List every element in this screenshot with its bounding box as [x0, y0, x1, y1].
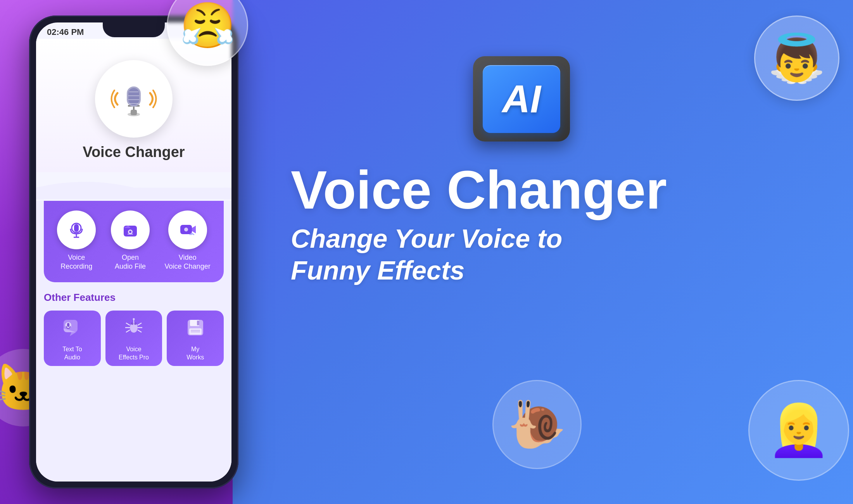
my-works-svg [185, 318, 205, 338]
svg-rect-36 [197, 321, 199, 325]
create-new-label: Create New [52, 201, 216, 203]
svg-rect-5 [128, 88, 139, 105]
ai-badge: AI [473, 56, 570, 142]
ai-label: AI [502, 77, 541, 121]
text-to-audio-tile[interactable]: Text ToAudio [44, 311, 101, 366]
main-app-subtitle: Change Your Voice to Funny Effects [291, 223, 667, 286]
voice-recording-option[interactable]: VoiceRecording [57, 211, 96, 271]
girl-icon: 👱‍♀️ [767, 401, 830, 460]
svg-line-27 [138, 323, 142, 325]
ai-badge-blue: AI [483, 65, 560, 133]
svg-rect-1 [131, 110, 137, 115]
subtitle-line2: Funny Effects [291, 255, 464, 285]
microphone-circle[interactable] [95, 60, 173, 138]
my-works-tile[interactable]: MyWorks [167, 311, 224, 366]
wave-divider [36, 176, 231, 199]
my-works-icon [185, 318, 205, 342]
status-time: 02:46 PM [47, 27, 84, 37]
svg-point-33 [133, 318, 135, 320]
svg-point-16 [129, 231, 131, 233]
voice-effects-pro-tile[interactable]: VoiceEffects Pro [105, 311, 162, 366]
angel-baby-icon: 👼 [768, 31, 826, 86]
text-to-audio-icon [62, 318, 82, 342]
angel-baby-circle: 👼 [754, 16, 839, 101]
video-voice-changer-label: VideoVoice Changer [165, 253, 211, 271]
voice-recording-icon [67, 220, 86, 240]
my-works-label: MyWorks [186, 345, 204, 362]
girl-memoji-circle: 👱‍♀️ [748, 380, 849, 481]
svg-rect-37 [189, 328, 202, 335]
text-to-audio-label: Text ToAudio [62, 345, 82, 362]
svg-line-26 [126, 330, 130, 332]
open-audio-icon-circle [111, 211, 150, 249]
svg-rect-22 [67, 323, 69, 327]
phone-content-area: Create New [36, 201, 231, 482]
svg-marker-18 [192, 226, 196, 233]
svg-point-23 [130, 323, 138, 333]
open-audio-label: OpenAudio File [115, 253, 146, 271]
other-features-section: Other Features [44, 292, 224, 366]
ai-badge-inner: AI [473, 56, 570, 142]
video-voice-changer-option[interactable]: VideoVoice Changer [165, 211, 211, 271]
svg-point-31 [134, 323, 136, 325]
mic-svg [111, 76, 157, 122]
create-new-section: Create New [44, 201, 224, 282]
snail-icon: 🐌 [508, 397, 566, 452]
voice-effects-pro-icon [124, 318, 144, 342]
svg-line-24 [126, 323, 130, 325]
main-title-area: Voice Changer Change Your Voice to Funny… [291, 163, 667, 286]
voice-effects-pro-label: VoiceEffects Pro [119, 345, 149, 362]
voice-recording-icon-circle [57, 211, 96, 249]
phone-screen: 02:46 PM 📶 78% [36, 22, 231, 482]
subtitle-line1: Change Your Voice to [291, 224, 562, 253]
svg-point-30 [131, 323, 133, 325]
main-app-title: Voice Changer [291, 163, 667, 217]
svg-line-29 [138, 330, 142, 332]
video-voice-changer-icon [178, 220, 197, 240]
create-options-list: VoiceRecording [52, 211, 216, 271]
phone-notch [103, 22, 165, 37]
phone-app-title: Voice Changer [36, 144, 231, 161]
svg-rect-11 [74, 224, 79, 232]
text-to-audio-svg [62, 318, 82, 338]
voice-effects-svg [124, 318, 144, 338]
feature-tiles-list: Text ToAudio [44, 311, 224, 366]
phone-frame: 02:46 PM 📶 78% [29, 16, 238, 488]
video-voice-changer-icon-circle [168, 211, 207, 249]
open-audio-option[interactable]: OpenAudio File [111, 211, 150, 271]
snail-circle: 🐌 [492, 380, 582, 469]
other-features-label: Other Features [44, 292, 224, 304]
phone-mockup: 02:46 PM 📶 78% [29, 16, 238, 488]
voice-recording-label: VoiceRecording [60, 253, 92, 271]
microphone-icon [111, 76, 157, 122]
open-audio-icon [121, 220, 140, 240]
svg-point-19 [184, 228, 188, 231]
